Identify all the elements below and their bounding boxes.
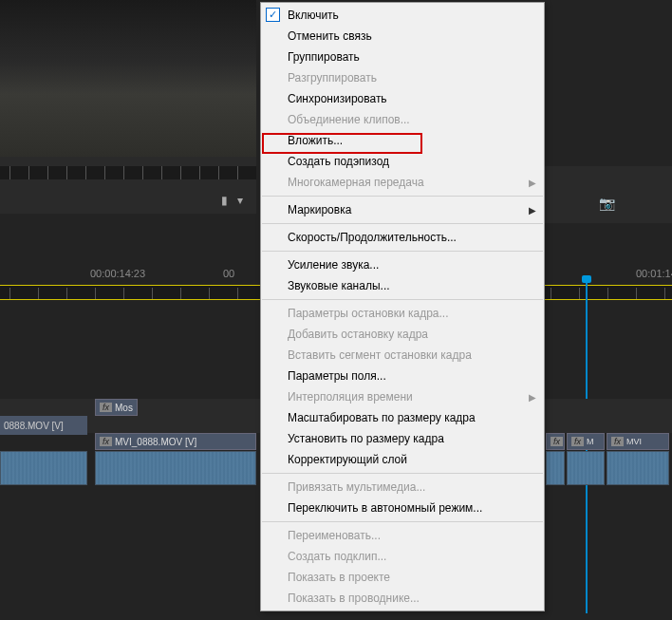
menu-label: Синхронизировать	[288, 92, 387, 105]
clip-label: Mos	[115, 403, 133, 413]
bracket-icon[interactable]: ▾	[237, 194, 243, 215]
menu-separator	[262, 196, 543, 197]
menu-label: Добавить остановку кадра	[288, 328, 428, 341]
menu-label: Корректирующий слой	[288, 453, 407, 466]
timecode-label: 00:00:14:23	[90, 268, 145, 279]
video-clip[interactable]: fx M	[567, 433, 605, 450]
menu-separator	[262, 299, 543, 300]
menu-speed[interactable]: Скорость/Продолжительность...	[261, 227, 544, 248]
audio-clip[interactable]	[0, 451, 87, 485]
menu-enable[interactable]: ✓ Включить	[261, 5, 544, 26]
menu-label: Включить	[288, 9, 339, 22]
menu-label: Установить по размеру кадра	[288, 432, 444, 445]
menu-label: Вложить...	[288, 134, 343, 147]
menu-label: Параметры поля...	[288, 369, 386, 383]
audio-clip[interactable]	[95, 451, 256, 485]
menu-label: Масштабировать по размеру кадра	[288, 411, 476, 424]
check-icon: ✓	[266, 8, 280, 22]
preview-tool-icons: ▮ ▾	[0, 194, 256, 215]
menu-label: Звуковые каналы...	[288, 279, 390, 292]
video-clip[interactable]: 0888.MOV [V]	[0, 416, 87, 435]
camera-icon[interactable]: 📷	[599, 196, 615, 211]
menu-separator	[262, 251, 543, 252]
menu-group[interactable]: Группировать	[261, 47, 544, 67]
menu-add-frame-hold: Добавить остановку кадра	[261, 324, 544, 345]
menu-reveal-project: Показать в проекте	[261, 567, 544, 588]
menu-label: Параметры остановки кадра...	[288, 307, 449, 320]
right-panel	[544, 166, 672, 223]
clip-label: MVI_0888.MOV [V]	[115, 437, 196, 447]
clip-label: MVI	[626, 437, 642, 446]
menu-multicam: Многокамерная передача ▶	[261, 172, 544, 193]
fx-badge: fx	[571, 437, 584, 446]
menu-label: Показать в проекте	[288, 571, 390, 584]
menu-set-to-frame[interactable]: Установить по размеру кадра	[261, 428, 544, 449]
waveform	[568, 452, 604, 484]
waveform	[96, 452, 255, 484]
context-menu: ✓ Включить Отменить связь Группировать Р…	[260, 2, 545, 611]
clip-label: 0888.MOV [V]	[4, 421, 64, 431]
menu-label: Объединение клипов...	[288, 113, 410, 126]
menu-label: Многокамерная передача	[288, 176, 424, 189]
menu-label-color[interactable]: Маркировка ▶	[261, 199, 544, 220]
audio-clip[interactable]	[607, 451, 669, 485]
fx-badge: fx	[551, 437, 563, 446]
menu-label: Вставить сегмент остановки кадра	[288, 348, 472, 362]
timecode-label: 00	[223, 268, 234, 279]
waveform	[607, 452, 668, 484]
menu-time-interp: Интерполяция времени ▶	[261, 386, 544, 407]
fx-badge: fx	[100, 437, 112, 446]
preview-ruler[interactable]	[0, 166, 256, 179]
menu-label: Отменить связь	[288, 29, 372, 43]
audio-clip[interactable]	[546, 451, 565, 485]
video-preview-panel	[0, 0, 256, 157]
menu-nest[interactable]: Вложить...	[261, 130, 544, 151]
menu-label: Привязать мультимедиа...	[288, 480, 425, 494]
menu-label: Показать в проводнике...	[288, 592, 420, 605]
menu-make-offline[interactable]: Переключить в автономный режим...	[261, 498, 544, 518]
menu-adj-layer[interactable]: Корректирующий слой	[261, 449, 544, 470]
menu-separator	[262, 521, 543, 522]
menu-reveal-explorer: Показать в проводнике...	[261, 588, 544, 609]
menu-label: Создать подэпизод	[288, 155, 389, 168]
menu-label: Маркировка	[288, 203, 351, 216]
menu-make-subclip: Создать подклип...	[261, 546, 544, 567]
audio-clip[interactable]	[567, 451, 605, 485]
submenu-arrow-icon: ▶	[529, 392, 536, 403]
menu-label: Переключить в автономный режим...	[288, 501, 482, 515]
menu-label: Создать подклип...	[288, 550, 386, 563]
menu-separator	[262, 473, 543, 474]
submenu-arrow-icon: ▶	[529, 205, 536, 216]
menu-sync[interactable]: Синхронизировать	[261, 88, 544, 109]
menu-label: Усиление звука...	[288, 258, 379, 272]
menu-subclip[interactable]: Создать подэпизод	[261, 151, 544, 172]
menu-label: Группировать	[288, 50, 360, 64]
menu-link-media: Привязать мультимедиа...	[261, 477, 544, 498]
marker-icon[interactable]: ▮	[221, 194, 228, 215]
menu-label: Интерполяция времени	[288, 390, 413, 404]
timecode-label: 00:01:14	[636, 268, 672, 279]
menu-audio-gain[interactable]: Усиление звука...	[261, 254, 544, 275]
menu-label: Переименовать...	[288, 529, 381, 542]
video-clip[interactable]: fx MVI	[607, 433, 669, 450]
menu-label: Скорость/Продолжительность...	[288, 231, 457, 244]
menu-rename: Переименовать...	[261, 525, 544, 546]
fx-badge: fx	[611, 437, 624, 446]
video-clip[interactable]: fx Mos	[95, 399, 138, 416]
menu-scale-to-frame[interactable]: Масштабировать по размеру кадра	[261, 407, 544, 428]
menu-separator	[262, 223, 543, 224]
menu-unlink[interactable]: Отменить связь	[261, 26, 544, 47]
menu-ungroup: Разгруппировать	[261, 67, 544, 88]
submenu-arrow-icon: ▶	[529, 178, 536, 188]
menu-audio-channels[interactable]: Звуковые каналы...	[261, 275, 544, 296]
fx-badge: fx	[100, 403, 112, 412]
menu-frame-hold-opts: Параметры остановки кадра...	[261, 303, 544, 324]
menu-label: Разгруппировать	[288, 71, 377, 85]
waveform	[547, 452, 564, 484]
video-clip[interactable]: fx MVI_0888.MOV [V]	[95, 433, 256, 450]
waveform	[1, 452, 86, 484]
menu-field-opts[interactable]: Параметры поля...	[261, 366, 544, 386]
video-clip[interactable]: fx	[546, 433, 565, 450]
menu-insert-frame-hold: Вставить сегмент остановки кадра	[261, 345, 544, 366]
menu-merge-clips: Объединение клипов...	[261, 109, 544, 130]
